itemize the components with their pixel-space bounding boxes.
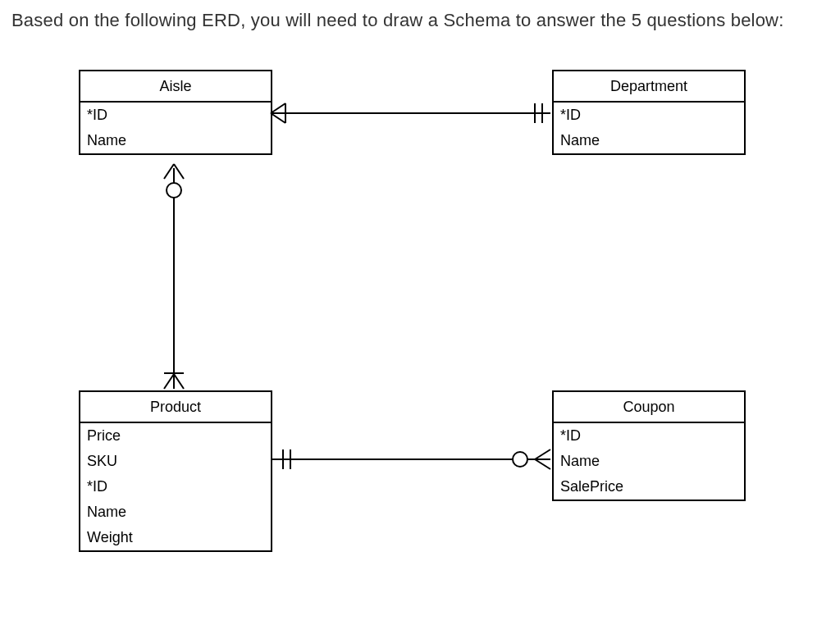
svg-line-1 [271, 103, 285, 113]
svg-line-7 [164, 164, 174, 179]
entity-department-attr-id: *ID [554, 103, 744, 128]
relation-product-coupon [271, 449, 550, 469]
entity-product-attr-price: Price [80, 423, 271, 449]
instruction-text: Based on the following ERD, you will nee… [11, 10, 784, 31]
entity-coupon-attr-name: Name [554, 449, 744, 474]
entity-department-title: Department [554, 71, 744, 103]
entity-product: Product Price SKU *ID Name Weight [79, 390, 272, 552]
entity-aisle-title: Aisle [80, 71, 271, 103]
entity-coupon-attr-saleprice: SalePrice [554, 474, 744, 500]
entity-coupon-attr-id: *ID [554, 423, 744, 449]
svg-point-9 [167, 183, 181, 198]
entity-aisle: Aisle *ID Name [79, 70, 272, 155]
entity-aisle-attr-name: Name [80, 128, 271, 153]
entity-aisle-attr-id: *ID [80, 103, 271, 128]
svg-line-11 [164, 374, 174, 389]
entity-coupon-title: Coupon [554, 392, 744, 423]
svg-line-8 [174, 164, 184, 179]
entity-product-attr-name: Name [80, 500, 271, 525]
entity-coupon: Coupon *ID Name SalePrice [552, 390, 746, 501]
entity-product-attr-weight: Weight [80, 525, 271, 550]
svg-point-16 [513, 452, 527, 467]
svg-line-18 [535, 459, 550, 469]
svg-line-12 [174, 374, 184, 389]
entity-department-attr-name: Name [554, 128, 744, 153]
entity-department: Department *ID Name [552, 70, 746, 155]
entity-product-title: Product [80, 392, 271, 423]
relation-aisle-department [271, 103, 550, 123]
entity-product-attr-id: *ID [80, 474, 271, 500]
svg-line-2 [271, 113, 285, 123]
entity-product-attr-sku: SKU [80, 449, 271, 474]
svg-line-17 [535, 449, 550, 459]
relation-aisle-product [164, 164, 184, 389]
